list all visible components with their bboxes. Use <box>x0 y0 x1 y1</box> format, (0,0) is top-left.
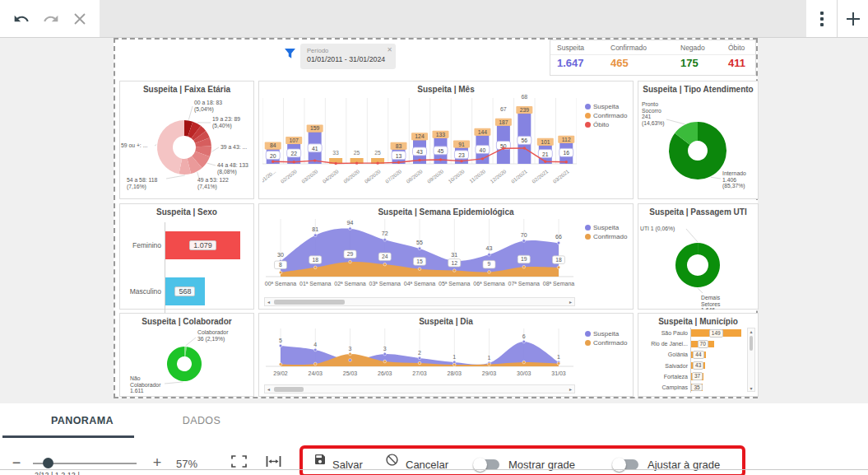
chart-h-scrollbar[interactable]: ◂ ▸ <box>264 297 575 306</box>
card-faixa-etaria[interactable]: Suspeita | Faixa Etária 00 a 18: 83(5,04… <box>119 81 254 199</box>
bar: 568 <box>165 277 205 305</box>
scroll-up-icon[interactable]: ▴ <box>748 328 754 334</box>
legend-label: Suspeita <box>593 330 619 338</box>
municipio-bar-chart: São Paulo149Rio de Janei...70Goiânia44Sa… <box>642 328 745 393</box>
card-semana[interactable]: Suspeita | Semana Epidemiológica 3081947… <box>258 203 634 310</box>
colaborador-donut-chart: Colaborador36 (2,19%)NãoColaborador1.611 <box>120 326 255 397</box>
scroll-right-icon[interactable]: ▸ <box>567 386 574 392</box>
bar-area: 568 <box>165 268 248 314</box>
floppy-disk-icon <box>313 453 327 466</box>
period-filter-chip[interactable]: Período 01/01/2011 - 31/01/2024 ✕ <box>300 44 396 69</box>
data-point <box>313 362 317 366</box>
chart-label: 40 <box>480 147 486 153</box>
chart-label: 30/03 <box>517 370 531 376</box>
chart-label: 07/2020 <box>384 168 403 184</box>
scroll-left-icon[interactable]: ◂ <box>265 386 272 392</box>
card-sexo[interactable]: Suspeita | Sexo Feminino1.079Masculino56… <box>119 203 254 310</box>
scrollbar-thumb[interactable] <box>274 387 304 392</box>
bar-area: 35 <box>690 382 745 393</box>
scrollbar-track[interactable] <box>272 385 567 393</box>
more-options-button[interactable] <box>806 0 837 37</box>
kpi-card[interactable]: Suspeita1.647 Confirmado465 Negado175 Ób… <box>550 40 756 76</box>
scroll-down-icon[interactable]: ▾ <box>748 385 754 391</box>
label-leader-line <box>212 147 219 151</box>
chart-legend: SuspeitaConfirmadoÓbito <box>585 103 627 128</box>
chart-label: 25 <box>354 150 360 156</box>
chart-label: Demais <box>701 295 721 300</box>
chart-h-scrollbar[interactable]: ◂ ▸ <box>264 384 575 394</box>
fit-screen-icon <box>230 454 248 468</box>
chart-label: 187 <box>499 119 508 125</box>
data-point <box>418 268 421 271</box>
chart-label: (85,37%) <box>722 183 745 189</box>
legend-item: Óbito <box>585 121 627 128</box>
chart-label: (7,41%) <box>197 184 217 190</box>
save-button[interactable] <box>313 453 327 469</box>
dashboard-canvas[interactable]: Período 01/01/2011 - 31/01/2024 ✕ Suspei… <box>114 38 758 398</box>
chart-label: 00ª Semana <box>265 281 297 286</box>
kpi-negado: Negado175 <box>680 40 705 69</box>
chart-label: 03/2021 <box>552 168 571 184</box>
chart-label: 01ª Semana <box>299 281 332 286</box>
close-button[interactable] <box>73 12 86 26</box>
card-colaborador[interactable]: Suspeita | Colaborador Colaborador36 (2,… <box>119 313 254 397</box>
history-toolbar <box>0 0 100 37</box>
tab-panorama[interactable]: PANORAMA <box>25 415 140 426</box>
data-point <box>453 269 456 272</box>
scrollbar-thumb[interactable] <box>750 336 753 351</box>
card-municipio[interactable]: Suspeita | Município São Paulo149Rio de … <box>638 313 759 397</box>
chart-label: 81 <box>312 226 318 232</box>
chart-label: 59 ou +: ... <box>121 142 147 148</box>
obito-point <box>481 157 484 160</box>
scroll-right-icon[interactable]: ▸ <box>567 299 574 305</box>
zoom-level: 57% <box>176 458 197 470</box>
bar: 70 <box>691 341 714 348</box>
bar-row: Goiânia44 <box>642 349 745 360</box>
chart-label: 239 <box>520 107 530 113</box>
chart-label: (5,04%) <box>194 106 214 113</box>
scroll-left-icon[interactable]: ◂ <box>265 299 272 305</box>
add-button[interactable] <box>838 0 868 37</box>
data-point <box>522 340 526 343</box>
card-tipo-atendimento[interactable]: Suspeita | Tipo Atendimento Internado1.4… <box>638 81 759 199</box>
obito-point <box>523 147 526 149</box>
chart-label: 09/2020 <box>426 168 445 184</box>
obito-point <box>355 161 358 164</box>
value-label: 1.079 <box>189 240 216 251</box>
undo-button[interactable] <box>13 11 30 27</box>
category-label: Rio de Janei... <box>642 341 690 347</box>
chart-label: 83 <box>396 143 402 149</box>
bar-area: 43 <box>690 361 745 371</box>
data-point <box>488 363 491 366</box>
data-point <box>488 254 491 257</box>
tab-dados[interactable]: DADOS <box>165 415 239 426</box>
chart-label: 05ª Semana <box>439 281 471 286</box>
value-label: 149 <box>709 329 723 338</box>
chart-label: Pronto <box>642 101 658 107</box>
bar-row: Fortaleza37 <box>642 371 745 382</box>
chart-label: 23 <box>458 152 465 158</box>
card-passagem-uti[interactable]: Suspeita | Passagem UTI UTI 1 (0,06%)Dem… <box>638 203 759 310</box>
legend-label: Suspeita <box>593 224 619 231</box>
dia-area-chart: 54332116129/0224/0325/0326/0327/0328/032… <box>262 325 577 380</box>
chart-label: 54 a 58: 118 <box>127 177 158 183</box>
data-point <box>557 241 560 244</box>
chart-label: 25 <box>374 150 381 156</box>
chart-label: 24 <box>382 254 388 259</box>
chart-label: 03/2020 <box>300 168 319 184</box>
legend-dot-icon <box>585 331 591 337</box>
card-dia[interactable]: Suspeita | Dia 54332116129/0224/0325/032… <box>258 313 634 397</box>
legend-item: Confirmado <box>585 112 627 119</box>
cancel-button[interactable] <box>385 453 399 470</box>
chart-v-scrollbar[interactable]: ▴ ▾ <box>747 328 755 392</box>
semana-area-chart: 308194725531437066818292415129191800ª Se… <box>262 216 577 296</box>
zoom-slider-thumb[interactable] <box>43 458 53 468</box>
data-point <box>349 359 352 362</box>
chart-label: 22 <box>290 151 297 156</box>
card-mes[interactable]: Suspeita | Mês 8420107221594133252583131… <box>258 81 634 199</box>
redo-button[interactable] <box>43 11 59 27</box>
scrollbar-thumb[interactable] <box>274 300 345 305</box>
filter-clear-icon[interactable]: ✕ <box>385 45 394 54</box>
scrollbar-track[interactable] <box>272 298 567 305</box>
category-label: Masculino <box>125 287 165 296</box>
